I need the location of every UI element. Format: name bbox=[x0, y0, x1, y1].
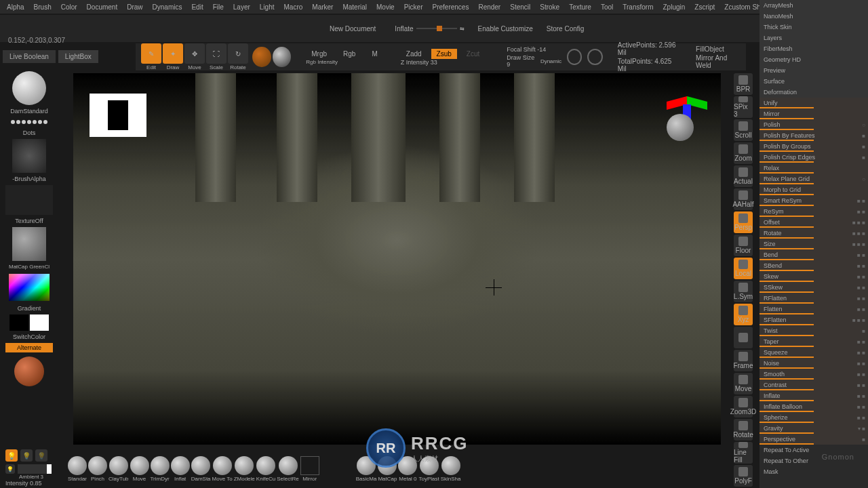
nav-bpr[interactable]: BPR bbox=[734, 73, 753, 95]
live-boolean-button[interactable]: Live Boolean bbox=[3, 50, 56, 63]
shelf-brush-zmodele[interactable]: ZModele bbox=[234, 456, 255, 482]
shelf-brush-knifecu[interactable]: KnifeCu bbox=[256, 456, 275, 482]
shelf-brush-standar[interactable]: Standar bbox=[68, 456, 87, 482]
shelf-mirror[interactable]: Mirror bbox=[300, 456, 319, 482]
zcut-button[interactable]: Zcut bbox=[461, 49, 485, 59]
menu-file[interactable]: File bbox=[209, 2, 228, 12]
m-button[interactable]: M bbox=[366, 49, 382, 59]
panel-relax[interactable]: Relax bbox=[760, 163, 868, 174]
panel-flatten[interactable]: Flatten■ ■ bbox=[760, 304, 868, 314]
color-picker[interactable] bbox=[9, 274, 50, 301]
brush-preview[interactable] bbox=[12, 71, 46, 105]
nav-actual[interactable]: Actual bbox=[734, 165, 753, 187]
panel-unify[interactable]: Unify bbox=[760, 98, 868, 108]
nav-btn11[interactable] bbox=[734, 327, 753, 348]
panel-contrast[interactable]: Contrast■ ■ bbox=[760, 380, 868, 390]
menu-color[interactable]: Color bbox=[57, 2, 81, 12]
menu-zplugin[interactable]: Zplugin bbox=[659, 2, 690, 12]
light-1-toggle[interactable]: 💡 bbox=[5, 449, 18, 462]
alternate-button[interactable]: Alternate bbox=[5, 343, 53, 352]
nav-floor[interactable]: Floor bbox=[734, 235, 753, 256]
panel-bend[interactable]: Bend■ ■ bbox=[760, 249, 868, 260]
shelf-brush-pinch[interactable]: Pinch bbox=[88, 456, 107, 482]
zsub-button[interactable]: Zsub bbox=[431, 49, 457, 59]
menu-document[interactable]: Document bbox=[83, 2, 122, 12]
mirror-weld-button[interactable]: Mirror And Weld bbox=[696, 54, 741, 69]
menu-layer[interactable]: Layer bbox=[229, 2, 254, 12]
nav-spix-3[interactable]: SPix 3 bbox=[734, 96, 753, 118]
panel-morph-to-grid[interactable]: Morph to Grid bbox=[760, 184, 868, 195]
navigation-ball[interactable] bbox=[667, 114, 694, 141]
nav-l.sym[interactable]: L.Sym bbox=[734, 281, 753, 302]
panel-sflatten[interactable]: SFlatten■ ■ ■ bbox=[760, 314, 868, 325]
mrgb-button[interactable]: Mrgb bbox=[306, 49, 332, 59]
panel-sskew[interactable]: SSkew■ ■ bbox=[760, 282, 868, 293]
menu-stencil[interactable]: Stencil bbox=[506, 2, 534, 12]
panel-fibermesh[interactable]: FiberMesh bbox=[760, 43, 868, 54]
panel-perspective[interactable]: Perspective■ bbox=[760, 434, 868, 445]
shelf-brush-damsta[interactable]: DamSta bbox=[191, 456, 211, 482]
rotate-mode-button[interactable]: ↻ bbox=[228, 43, 248, 64]
alpha-preview[interactable] bbox=[12, 139, 46, 173]
stroke-preview[interactable] bbox=[5, 117, 53, 127]
menu-picker[interactable]: Picker bbox=[400, 2, 427, 12]
nav-frame[interactable]: Frame bbox=[734, 350, 753, 371]
store-config-button[interactable]: Store Config bbox=[547, 25, 585, 33]
nav-rotate[interactable]: Rotate bbox=[734, 419, 753, 441]
menu-zscript[interactable]: Zscript bbox=[690, 2, 719, 12]
shelf-brush-move[interactable]: Move bbox=[130, 456, 149, 482]
panel-mirror[interactable]: Mirror bbox=[760, 108, 868, 119]
panel-rflatten[interactable]: RFlatten■ ■ bbox=[760, 293, 868, 304]
panel-resym[interactable]: ReSym■ ■ bbox=[760, 206, 868, 217]
panel-polish[interactable]: Polish○ bbox=[760, 119, 868, 130]
menu-light[interactable]: Light bbox=[256, 2, 279, 12]
edit-mode-button[interactable]: ✎ bbox=[141, 43, 161, 64]
menu-edit[interactable]: Edit bbox=[187, 2, 207, 12]
panel-twist[interactable]: Twist■ bbox=[760, 325, 868, 336]
panel-geometry-hd[interactable]: Geometry HD bbox=[760, 54, 868, 65]
panel-smooth[interactable]: Smooth■ ■ bbox=[760, 369, 868, 380]
panel-polish-by-groups[interactable]: Polish By Groups■ bbox=[760, 141, 868, 152]
panel-size[interactable]: Size■ ■ ■ bbox=[760, 239, 868, 249]
material-preview[interactable] bbox=[12, 227, 46, 261]
menu-texture[interactable]: Texture bbox=[565, 2, 595, 12]
z-intensity-label[interactable]: Z Intensity 33 bbox=[401, 59, 485, 66]
ambient-slider[interactable] bbox=[18, 464, 52, 474]
reference-thumbnail[interactable] bbox=[90, 94, 146, 137]
shelf-brush-claytub[interactable]: ClayTub bbox=[108, 456, 129, 482]
new-document-button[interactable]: New Document bbox=[324, 22, 381, 35]
menu-marker[interactable]: Marker bbox=[308, 2, 337, 12]
nav-scroll[interactable]: Scroll bbox=[734, 119, 753, 141]
zadd-button[interactable]: Zadd bbox=[401, 49, 427, 59]
panel-surface[interactable]: Surface bbox=[760, 76, 868, 87]
panel-layers[interactable]: Layers bbox=[760, 33, 868, 43]
panel-relax-plane-grid[interactable]: Relax Plane Grid○ bbox=[760, 174, 868, 184]
menu-dynamics[interactable]: Dynamics bbox=[149, 2, 186, 12]
nav-local[interactable]: Local bbox=[734, 258, 753, 279]
focal-shift-slider[interactable]: Focal Shift -14 bbox=[507, 46, 561, 53]
nav-move[interactable]: Move bbox=[734, 373, 753, 394]
panel-polish-by-features[interactable]: Polish By Features■ bbox=[760, 130, 868, 141]
panel-deformation[interactable]: Deformation bbox=[760, 87, 868, 98]
lightbox-button[interactable]: LightBox bbox=[58, 50, 98, 63]
menu-material[interactable]: Material bbox=[338, 2, 371, 12]
menu-movie[interactable]: Movie bbox=[372, 2, 399, 12]
panel-offset[interactable]: Offset■ ■ ■ bbox=[760, 217, 868, 228]
switch-color-label[interactable]: SwitchColor bbox=[5, 332, 53, 342]
dial-icon-1[interactable] bbox=[567, 49, 582, 65]
panel-inflate-balloon[interactable]: Inflate Balloon■ ■ bbox=[760, 401, 868, 412]
scale-mode-button[interactable]: ⛶ bbox=[206, 43, 226, 64]
main-menu[interactable]: AlphaBrushColorDocumentDrawDynamicsEditF… bbox=[0, 0, 868, 14]
panel-nanomesh[interactable]: NanoMesh bbox=[760, 11, 868, 22]
nav-polyf[interactable]: PolyF bbox=[734, 465, 753, 487]
draw-mode-button[interactable]: ✦ bbox=[163, 43, 183, 64]
panel-mask[interactable]: Mask bbox=[760, 466, 868, 477]
nav-persp[interactable]: Persp bbox=[734, 211, 753, 233]
secondary-material[interactable] bbox=[14, 357, 44, 386]
draw-size-slider[interactable]: Draw Size 9 bbox=[507, 54, 535, 68]
dynamic-toggle[interactable]: Dynamic bbox=[540, 58, 561, 64]
panel-polish-crisp-edges[interactable]: Polish Crisp Edges■ bbox=[760, 152, 868, 163]
enable-customize-toggle[interactable]: Enable Customize bbox=[478, 25, 533, 33]
inflate-slider[interactable] bbox=[416, 28, 457, 29]
panel-squeeze[interactable]: Squeeze■ ■ bbox=[760, 347, 868, 358]
